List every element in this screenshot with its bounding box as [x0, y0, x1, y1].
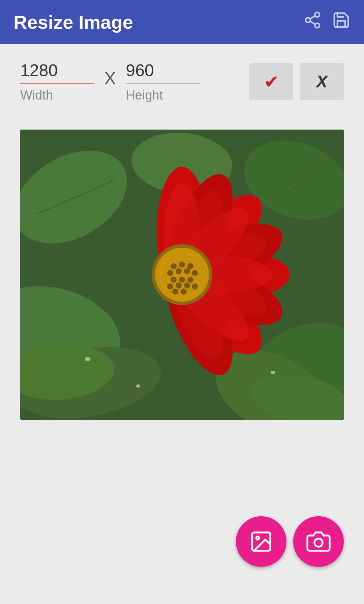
- svg-point-39: [184, 268, 190, 274]
- image-preview: [20, 130, 344, 420]
- svg-point-47: [192, 283, 198, 290]
- svg-point-49: [181, 289, 187, 295]
- svg-point-35: [179, 262, 185, 268]
- confirm-button[interactable]: ✔: [249, 63, 293, 100]
- svg-point-42: [179, 277, 185, 283]
- app-title: Resize Image: [13, 11, 133, 33]
- svg-point-46: [184, 282, 190, 289]
- svg-point-45: [176, 282, 182, 289]
- svg-point-48: [172, 289, 178, 295]
- svg-line-3: [310, 21, 315, 24]
- svg-point-36: [187, 263, 193, 269]
- svg-point-57: [256, 537, 259, 540]
- svg-point-58: [314, 539, 323, 547]
- cancel-icon: X: [316, 72, 327, 91]
- svg-point-55: [136, 384, 140, 388]
- height-input[interactable]: [126, 61, 200, 84]
- flower-svg: [20, 130, 344, 420]
- header-actions: [303, 11, 351, 33]
- save-icon[interactable]: [332, 11, 351, 33]
- svg-point-38: [176, 268, 182, 274]
- gallery-fab-button[interactable]: [236, 516, 286, 567]
- camera-icon: [306, 529, 331, 554]
- cancel-button[interactable]: X: [300, 63, 344, 100]
- share-icon[interactable]: [303, 11, 322, 33]
- svg-point-53: [85, 357, 90, 361]
- main-content: Width X Height ✔ X: [0, 44, 364, 604]
- fab-container: [236, 516, 344, 567]
- separator: X: [104, 68, 116, 95]
- svg-point-44: [167, 283, 173, 290]
- svg-point-37: [167, 270, 173, 276]
- dimension-row: Width X Height ✔ X: [20, 61, 344, 103]
- svg-point-34: [171, 263, 177, 269]
- svg-point-41: [171, 277, 177, 283]
- svg-point-40: [192, 270, 198, 276]
- height-label: Height: [126, 88, 163, 103]
- svg-point-54: [271, 371, 275, 374]
- gallery-icon: [249, 529, 273, 554]
- width-label: Width: [20, 88, 53, 103]
- height-group: Height: [126, 61, 200, 103]
- svg-point-43: [187, 277, 193, 283]
- check-icon: ✔: [264, 71, 279, 92]
- app-header: Resize Image: [0, 0, 364, 44]
- action-buttons: ✔ X: [249, 63, 344, 100]
- camera-fab-button[interactable]: [293, 516, 344, 567]
- width-input[interactable]: [20, 61, 94, 84]
- width-group: Width: [20, 61, 94, 103]
- svg-line-4: [310, 16, 315, 19]
